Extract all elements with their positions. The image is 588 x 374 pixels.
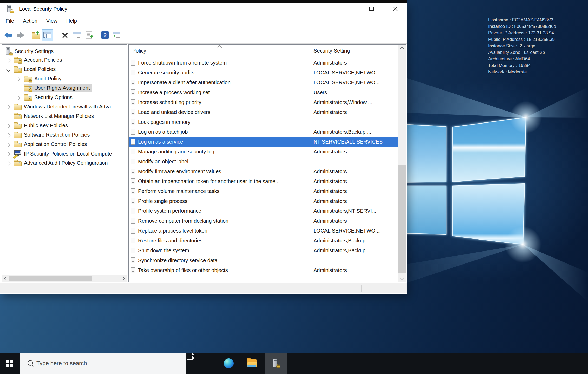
chevron-right-icon[interactable] [16,77,21,81]
tree-item-public-key-policies[interactable]: Public Key Policies [2,121,127,131]
security-setting-value: Administrators [313,147,347,157]
minimize-button[interactable] [339,3,356,15]
policy-row[interactable]: Restore files and directoriesAdministrat… [129,236,398,246]
tree-item-security-settings[interactable]: Security Settings [2,46,127,56]
tree-item-account-policies[interactable]: Account Policies [2,56,127,65]
menu-action[interactable]: Action [23,15,37,27]
policy-row[interactable]: Shut down the systemAdministrators,Backu… [129,246,398,255]
menu-file[interactable]: File [6,15,14,27]
policy-row[interactable]: Impersonate a client after authenticatio… [129,78,398,87]
forward-button[interactable] [15,29,26,41]
tree-item-content[interactable]: Application Control Policies [13,140,89,148]
chevron-right-icon[interactable] [6,59,11,63]
policy-row[interactable]: Take ownership of files or other objects… [129,265,398,275]
list-vertical-scrollbar[interactable] [398,45,406,282]
policy-row[interactable]: Profile single processAdministrators [129,196,398,206]
tree-item-network-list-manager-policies[interactable]: Network List Manager Policies [2,112,127,121]
close-button[interactable] [387,3,403,15]
policy-row[interactable]: Log on as a batch jobAdministrators,Back… [129,127,398,137]
policy-row[interactable]: Load and unload device driversAdministra… [129,107,398,117]
menu-help[interactable]: Help [66,15,77,27]
scroll-down-icon[interactable] [400,276,404,280]
policy-row[interactable]: Log on as a serviceNT SERVICE\ALL SERVIC… [129,137,398,147]
chevron-right-icon[interactable] [6,162,11,166]
help-button[interactable]: ? [99,29,111,41]
vertical-scroll-thumb[interactable] [398,165,406,273]
policy-document-icon [131,129,135,135]
tree-item-content[interactable]: Windows Defender Firewall with Adva [13,103,113,111]
chevron-right-icon[interactable] [6,152,11,156]
scroll-left-icon[interactable] [4,277,8,280]
policy-row[interactable]: Obtain an impersonation token for anothe… [129,176,398,186]
column-header-policy[interactable]: Policy [132,48,146,54]
column-header-security-setting[interactable]: Security Setting [313,48,350,54]
export-list-button[interactable] [83,29,95,41]
tree-item-content[interactable]: Software Restriction Policies [13,131,92,139]
tree-item-content[interactable]: Audit Policy [24,75,64,83]
chevron-right-icon[interactable] [6,143,11,147]
local-security-policy-taskbar-button[interactable] [265,353,287,374]
tree-item-content[interactable]: User Rights Assignment [24,84,92,92]
policy-row[interactable]: Generate security auditsLOCAL SERVICE,NE… [129,68,398,78]
show-action-pane-button[interactable] [111,29,122,41]
policy-row[interactable]: Profile system performanceAdministrators… [129,206,398,216]
tree-item-software-restriction-policies[interactable]: Software Restriction Policies [2,131,127,140]
taskbar-search-box[interactable]: Type here to search [20,353,186,374]
policy-row[interactable]: Increase a process working setUsers [129,87,398,97]
back-button[interactable] [3,29,14,41]
tree-item-content[interactable]: IP Security Policies on Local Compute [13,150,114,158]
tree-item-content[interactable]: Security Options [24,93,75,101]
start-button[interactable] [0,353,19,374]
tree-horizontal-scrollbar[interactable] [2,275,127,282]
horizontal-scroll-thumb[interactable] [9,276,92,281]
policy-row[interactable]: Perform volume maintenance tasksAdminist… [129,186,398,196]
tree-item-audit-policy[interactable]: Audit Policy [2,74,127,84]
policy-row[interactable]: Synchronize directory service data [129,255,398,265]
tree-item-content[interactable]: Network List Manager Policies [13,112,96,120]
tree-item-content[interactable]: Local Policies [13,65,58,73]
chevron-down-icon[interactable] [6,68,11,72]
status-bar [0,283,407,293]
up-one-level-button[interactable] [30,29,42,41]
tree-item-content[interactable]: Security Settings [5,47,56,56]
chevron-right-icon[interactable] [6,105,11,109]
policy-name: Shut down the system [138,246,189,255]
taskbar: Type here to search 12:09 PM 3/7/2024 [0,353,588,374]
policy-row[interactable]: Lock pages in memory [129,117,398,127]
tree-item-content[interactable]: Account Policies [13,56,64,64]
scroll-up-icon[interactable] [400,47,404,51]
chevron-right-icon[interactable] [16,96,21,100]
policy-row[interactable]: Remove computer from docking stationAdmi… [129,216,398,226]
policy-row[interactable]: Modify an object label [129,157,398,166]
delete-button[interactable] [59,29,71,41]
search-icon [28,360,33,366]
properties-button[interactable] [71,29,83,41]
tree-item-local-policies[interactable]: Local Policies [2,65,127,74]
policy-row[interactable]: Increase scheduling priorityAdministrato… [129,97,398,107]
title-bar[interactable]: Local Security Policy [0,3,407,15]
show-console-tree-button[interactable] [42,29,53,41]
chevron-right-icon[interactable] [6,124,11,128]
task-view-button[interactable] [192,353,214,374]
scroll-right-icon[interactable] [121,277,125,280]
tree-item-user-rights-assignment[interactable]: User Rights Assignment [2,84,127,93]
tree-item-application-control-policies[interactable]: Application Control Policies [2,140,127,149]
edge-taskbar-button[interactable] [218,353,240,374]
policy-name: Lock pages in memory [138,117,190,127]
policy-row[interactable]: Manage auditing and security logAdminist… [129,147,398,157]
tree-item-security-options[interactable]: Security Options [2,93,127,102]
tree-item-content[interactable]: Advanced Audit Policy Configuration [13,159,110,167]
tree-item-ip-security-policies-on-local-compute[interactable]: IP Security Policies on Local Compute [2,149,127,159]
file-explorer-taskbar-button[interactable] [240,353,263,374]
policy-row[interactable]: Force shutdown from a remote systemAdmin… [129,58,398,68]
menu-view[interactable]: View [46,15,57,27]
policy-row[interactable]: Modify firmware environment valuesAdmini… [129,166,398,176]
policy-row[interactable]: Replace a process level tokenLOCAL SERVI… [129,226,398,236]
chevron-right-icon[interactable] [6,133,11,138]
tree-item-content[interactable]: Public Key Policies [13,121,70,130]
tree-item-advanced-audit-policy-configuration[interactable]: Advanced Audit Policy Configuration [2,159,127,168]
tree-item-windows-defender-firewall-with-adva[interactable]: Windows Defender Firewall with Adva [2,102,127,112]
column-divider[interactable] [311,46,311,55]
maximize-button[interactable] [363,3,380,15]
security-setting-value: Administrators,Backup ... [313,127,371,137]
